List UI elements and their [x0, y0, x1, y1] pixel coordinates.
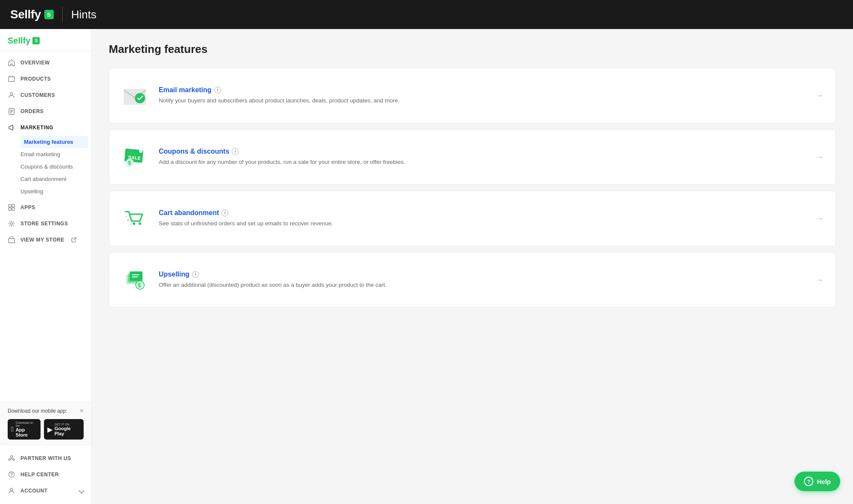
- svg-point-14: [10, 488, 13, 491]
- cart-abandonment-content: Cart abandonment i See stats of unfinish…: [159, 209, 807, 228]
- page-title: Marketing features: [109, 43, 836, 56]
- app-download-close-button[interactable]: ×: [80, 407, 84, 415]
- coupons-info-icon[interactable]: i: [232, 148, 239, 155]
- upselling-info-icon[interactable]: i: [192, 271, 199, 278]
- account-expand-icon: [79, 488, 84, 494]
- top-bar: Sellfy S Hints: [0, 0, 853, 29]
- sidebar-item-marketing[interactable]: MARKETING: [0, 119, 91, 136]
- svg-text:$: $: [138, 282, 141, 288]
- upselling-content: Upselling i Offer an additional (discoun…: [159, 271, 807, 289]
- svg-point-19: [139, 149, 143, 153]
- sidebar-item-overview-label: OVERVIEW: [20, 60, 49, 66]
- help-button[interactable]: ? Help: [795, 472, 840, 491]
- email-marketing-title: Email marketing i: [159, 86, 807, 94]
- subnav-upselling[interactable]: Upselling: [20, 185, 91, 198]
- upselling-title: Upselling i: [159, 271, 807, 278]
- svg-rect-6: [12, 208, 15, 210]
- top-bar-logo-text: Sellfy: [10, 8, 41, 21]
- subnav-email-marketing[interactable]: Email marketing: [20, 148, 91, 160]
- sidebar-item-store-settings-label: STORE SETTINGS: [20, 221, 68, 227]
- cart-abandonment-info-icon[interactable]: i: [221, 210, 228, 216]
- sidebar-bottom-nav: PARTNER WITH US HELP CENTER ACCOUNT: [0, 445, 91, 504]
- sidebar-item-view-my-store[interactable]: VIEW MY STORE: [0, 232, 91, 248]
- orders-icon: [8, 108, 15, 115]
- cart-abandonment-arrow: →: [816, 214, 824, 223]
- svg-rect-29: [130, 271, 143, 281]
- email-marketing-icon: [119, 80, 150, 111]
- svg-text:$: $: [128, 160, 131, 166]
- subnav-marketing-features[interactable]: Marketing features: [20, 136, 88, 148]
- home-icon: [8, 59, 15, 67]
- google-play-badge[interactable]: ▶ GET IT ON Google Play: [44, 419, 84, 440]
- main-layout: Sellfy S OVERVIEW PRODUCTS: [0, 29, 853, 504]
- top-bar-divider: [62, 7, 63, 22]
- coupons-discounts-card[interactable]: SALE $ Coupons & discounts i Add a disco…: [109, 129, 836, 185]
- email-marketing-desc: Notify your buyers and subscribers about…: [159, 96, 807, 105]
- content-area: Marketing features Email marketing i N: [92, 29, 853, 504]
- svg-rect-8: [9, 239, 15, 243]
- sidebar-item-apps[interactable]: APPS: [0, 199, 91, 216]
- help-question-icon: ?: [804, 477, 813, 486]
- svg-point-9: [11, 456, 13, 458]
- app-badges:  Download on the App Store ▶ GET IT ON …: [8, 419, 84, 440]
- coupons-discounts-icon: SALE $: [119, 142, 150, 172]
- help-center-icon: [8, 471, 15, 478]
- cart-abandonment-desc: See stats of unfinished orders and set u…: [159, 219, 807, 228]
- sidebar-logo: Sellfy S: [8, 36, 84, 46]
- svg-rect-0: [9, 77, 15, 82]
- store-icon: [8, 236, 15, 244]
- svg-point-23: [139, 222, 141, 225]
- sidebar-item-products-label: PRODUCTS: [20, 76, 51, 82]
- sidebar-item-customers[interactable]: CUSTOMERS: [0, 87, 91, 103]
- email-marketing-card[interactable]: Email marketing i Notify your buyers and…: [109, 68, 836, 123]
- top-bar-logo: Sellfy S: [10, 8, 54, 21]
- upselling-card[interactable]: $ Upselling i Offer an additional (disco…: [109, 252, 836, 308]
- marketing-subnav: Marketing features Email marketing Coupo…: [0, 136, 91, 199]
- customers-icon: [8, 91, 15, 99]
- email-marketing-info-icon[interactable]: i: [214, 87, 221, 93]
- svg-point-12: [9, 472, 15, 478]
- apple-icon: : [11, 425, 14, 433]
- help-button-label: Help: [817, 478, 831, 485]
- svg-point-1: [10, 93, 13, 95]
- coupons-discounts-title: Coupons & discounts i: [159, 148, 807, 155]
- sidebar-item-partner-label: PARTNER WITH US: [20, 455, 71, 461]
- partner-icon: [8, 454, 15, 462]
- cart-abandonment-card[interactable]: Cart abandonment i See stats of unfinish…: [109, 191, 836, 246]
- app-store-badge[interactable]:  Download on the App Store: [8, 419, 41, 440]
- svg-point-25: [125, 216, 127, 218]
- app-download-section: Download our mobile app: ×  Download on…: [0, 402, 91, 445]
- app-download-title: Download our mobile app: ×: [8, 407, 84, 415]
- settings-icon: [8, 220, 15, 227]
- upselling-icon: $: [119, 265, 150, 295]
- sidebar-item-apps-label: APPS: [20, 204, 35, 210]
- cart-abandonment-title: Cart abandonment i: [159, 209, 807, 217]
- email-marketing-content: Email marketing i Notify your buyers and…: [159, 86, 807, 105]
- top-bar-logo-badge: S: [44, 10, 54, 19]
- subnav-cart-abandonment[interactable]: Cart abandonment: [20, 173, 91, 185]
- external-link-icon: [71, 237, 76, 242]
- sidebar-item-products[interactable]: PRODUCTS: [0, 71, 91, 87]
- svg-rect-3: [9, 204, 11, 207]
- sidebar-item-customers-label: CUSTOMERS: [20, 92, 55, 98]
- marketing-icon: [8, 124, 15, 131]
- sidebar-item-partner[interactable]: PARTNER WITH US: [0, 450, 91, 466]
- sidebar-logo-badge: S: [32, 37, 40, 44]
- google-play-icon: ▶: [47, 425, 52, 434]
- sidebar-item-orders[interactable]: ORDERS: [0, 103, 91, 119]
- sidebar-item-marketing-label: MARKETING: [20, 125, 53, 131]
- sidebar-item-store-settings[interactable]: STORE SETTINGS: [0, 216, 91, 232]
- sidebar-item-help-center[interactable]: HELP CENTER: [0, 466, 91, 483]
- sidebar-item-account-label: ACCOUNT: [20, 488, 48, 494]
- sidebar-item-help-center-label: HELP CENTER: [20, 472, 59, 478]
- svg-rect-4: [12, 204, 15, 207]
- products-icon: [8, 75, 15, 83]
- svg-point-11: [13, 459, 15, 460]
- sidebar-logo-area: Sellfy S: [0, 29, 91, 51]
- sidebar-item-overview[interactable]: OVERVIEW: [0, 55, 91, 71]
- apps-icon: [8, 204, 15, 211]
- subnav-coupons-discounts[interactable]: Coupons & discounts: [20, 160, 91, 173]
- sidebar-item-account[interactable]: ACCOUNT: [0, 483, 91, 499]
- coupons-discounts-desc: Add a discount for any number of your pr…: [159, 158, 807, 166]
- email-marketing-arrow: →: [816, 91, 824, 100]
